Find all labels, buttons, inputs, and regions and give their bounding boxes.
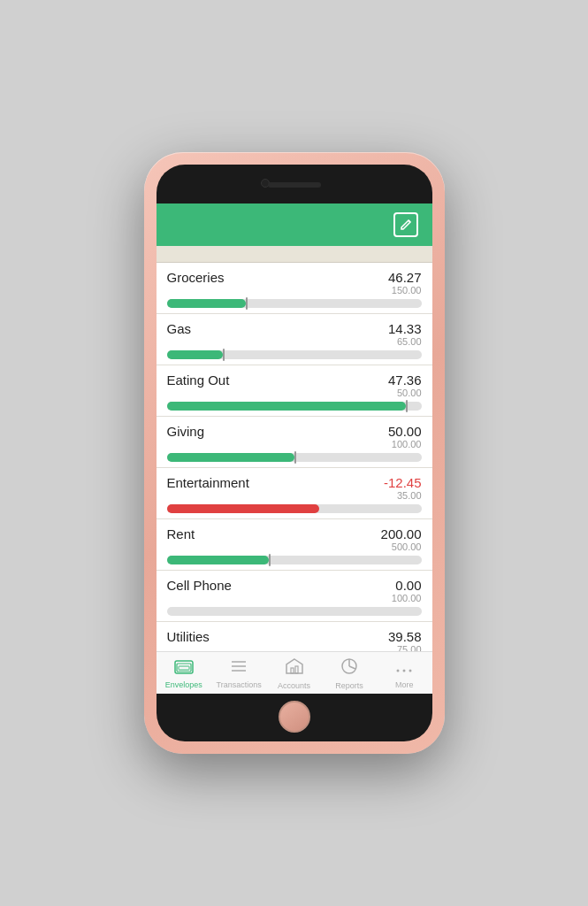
tab-label-accounts: Accounts xyxy=(278,681,310,690)
accounts-tab-icon xyxy=(285,657,304,680)
envelope-name: Cell Phone xyxy=(167,578,232,593)
envelope-amount: 39.58 xyxy=(388,629,422,644)
envelope-item[interactable]: Utilities39.5875.00 xyxy=(157,622,432,651)
envelope-amount: 46.27 xyxy=(388,270,422,285)
envelope-progress-bar xyxy=(167,607,422,616)
envelope-name: Giving xyxy=(167,424,205,439)
bar-marker xyxy=(294,451,296,464)
envelope-amount: 0.00 xyxy=(392,578,422,593)
envelope-item[interactable]: Groceries46.27150.00 xyxy=(157,263,432,314)
more-tab-icon xyxy=(395,658,413,679)
envelope-amount: 50.00 xyxy=(388,424,422,439)
envelope-name: Gas xyxy=(167,321,192,336)
sync-bar xyxy=(157,246,432,253)
tab-envelopes[interactable]: Envelopes xyxy=(157,658,211,689)
phone-frame: Groceries46.27150.00Gas14.3365.00Eating … xyxy=(144,152,445,754)
envelope-name: Rent xyxy=(167,526,195,541)
envelope-bar-fill xyxy=(167,556,269,564)
tab-more[interactable]: More xyxy=(377,658,431,689)
envelope-budget: 100.00 xyxy=(388,439,422,449)
envelope-progress-bar xyxy=(167,453,422,462)
bar-marker xyxy=(406,400,408,412)
svg-rect-7 xyxy=(295,666,298,673)
tab-bar: EnvelopesTransactionsAccountsReportsMore xyxy=(157,651,432,694)
envelope-item[interactable]: Gas14.3365.00 xyxy=(157,314,432,365)
envelope-bar-fill xyxy=(167,402,407,411)
envelope-item[interactable]: Giving50.00100.00 xyxy=(157,417,432,468)
monthly-header xyxy=(157,253,432,263)
envelopes-tab-icon xyxy=(174,658,194,679)
envelope-item[interactable]: Cell Phone0.00100.00 xyxy=(157,571,432,622)
svg-rect-2 xyxy=(179,666,189,670)
envelope-progress-bar xyxy=(167,299,422,308)
svg-point-11 xyxy=(409,670,412,672)
envelope-bar-fill xyxy=(167,350,223,359)
envelope-progress-bar xyxy=(167,402,422,411)
bar-marker xyxy=(223,349,225,361)
tab-label-reports: Reports xyxy=(335,681,363,690)
phone-inner: Groceries46.27150.00Gas14.3365.00Eating … xyxy=(157,165,432,741)
envelope-bar-fill xyxy=(167,453,294,462)
header-bar xyxy=(157,203,432,246)
envelope-progress-bar xyxy=(167,556,422,564)
envelope-bar-fill xyxy=(167,504,320,513)
envelope-budget: 500.00 xyxy=(381,541,422,552)
envelope-name: Groceries xyxy=(167,270,225,285)
home-button[interactable] xyxy=(279,701,310,733)
speaker xyxy=(268,182,321,188)
svg-point-10 xyxy=(403,670,406,672)
envelope-list[interactable]: Groceries46.27150.00Gas14.3365.00Eating … xyxy=(157,263,432,651)
tab-label-transactions: Transactions xyxy=(217,680,262,689)
envelope-name: Eating Out xyxy=(167,372,230,388)
reports-tab-icon xyxy=(340,657,358,680)
tab-transactions[interactable]: Transactions xyxy=(211,658,266,689)
bar-marker xyxy=(269,554,271,566)
tab-label-more: More xyxy=(395,680,414,689)
tab-reports[interactable]: Reports xyxy=(322,657,377,690)
svg-point-9 xyxy=(397,670,400,672)
bar-marker xyxy=(246,297,248,310)
tab-label-envelopes: Envelopes xyxy=(165,680,202,689)
envelope-item[interactable]: Rent200.00500.00 xyxy=(157,519,432,571)
compose-button[interactable] xyxy=(393,212,418,237)
envelope-amount: 14.33 xyxy=(388,321,422,336)
envelope-amount: 47.36 xyxy=(388,372,422,388)
envelope-progress-bar xyxy=(167,504,422,513)
envelope-progress-bar xyxy=(167,350,422,359)
envelope-budget: 100.00 xyxy=(392,593,422,603)
envelope-bar-fill xyxy=(167,299,246,308)
compose-icon xyxy=(400,219,412,231)
screen: Groceries46.27150.00Gas14.3365.00Eating … xyxy=(157,203,432,694)
envelope-amount: 200.00 xyxy=(381,526,422,541)
envelope-item[interactable]: Eating Out47.3650.00 xyxy=(157,365,432,417)
svg-rect-6 xyxy=(291,668,294,673)
transactions-tab-icon xyxy=(230,658,248,679)
envelope-amount: -12.45 xyxy=(384,475,422,490)
envelope-budget: 65.00 xyxy=(388,336,422,347)
envelope-item[interactable]: Entertainment-12.4535.00 xyxy=(157,468,432,519)
envelope-budget: 50.00 xyxy=(388,388,422,398)
envelope-name: Utilities xyxy=(167,629,210,644)
envelope-budget: 150.00 xyxy=(388,285,422,296)
envelope-name: Entertainment xyxy=(167,475,249,490)
envelope-budget: 75.00 xyxy=(388,644,422,651)
envelope-budget: 35.00 xyxy=(384,490,422,501)
tab-accounts[interactable]: Accounts xyxy=(266,657,321,690)
